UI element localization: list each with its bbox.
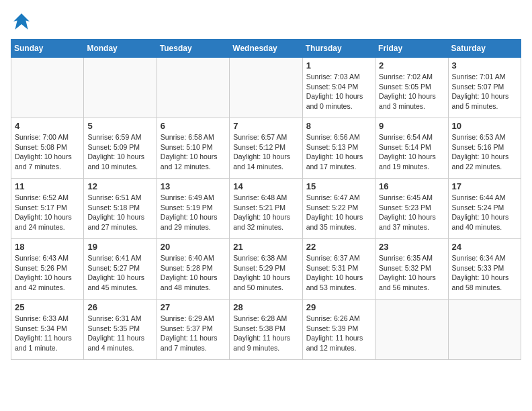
day-info: Sunrise: 6:44 AM Sunset: 5:24 PM Dayligh…	[452, 193, 517, 232]
calendar-cell: 2Sunrise: 7:02 AM Sunset: 5:05 PM Daylig…	[375, 58, 448, 118]
day-info: Sunrise: 7:02 AM Sunset: 5:05 PM Dayligh…	[379, 72, 444, 111]
day-info: Sunrise: 6:41 AM Sunset: 5:27 PM Dayligh…	[87, 253, 152, 293]
day-number: 28	[233, 302, 298, 312]
calendar-cell: 21Sunrise: 6:38 AM Sunset: 5:29 PM Dayli…	[230, 239, 302, 300]
day-info: Sunrise: 6:29 AM Sunset: 5:37 PM Dayligh…	[161, 314, 226, 353]
day-info: Sunrise: 7:03 AM Sunset: 5:04 PM Dayligh…	[306, 72, 371, 111]
week-row-1: 1Sunrise: 7:03 AM Sunset: 5:04 PM Daylig…	[11, 58, 521, 118]
day-info: Sunrise: 6:54 AM Sunset: 5:14 PM Dayligh…	[379, 132, 444, 172]
day-info: Sunrise: 6:59 AM Sunset: 5:09 PM Dayligh…	[87, 132, 152, 172]
day-number: 18	[15, 242, 80, 252]
day-number: 17	[452, 181, 517, 191]
day-number: 11	[15, 181, 80, 191]
calendar-cell: 22Sunrise: 6:37 AM Sunset: 5:31 PM Dayli…	[302, 239, 375, 300]
day-info: Sunrise: 6:51 AM Sunset: 5:18 PM Dayligh…	[87, 193, 152, 232]
day-number: 1	[306, 60, 371, 71]
day-info: Sunrise: 6:53 AM Sunset: 5:16 PM Dayligh…	[452, 132, 517, 172]
calendar-cell: 12Sunrise: 6:51 AM Sunset: 5:18 PM Dayli…	[84, 179, 157, 239]
week-row-4: 18Sunrise: 6:43 AM Sunset: 5:26 PM Dayli…	[11, 239, 521, 300]
day-info: Sunrise: 6:37 AM Sunset: 5:31 PM Dayligh…	[306, 253, 371, 293]
day-info: Sunrise: 6:57 AM Sunset: 5:12 PM Dayligh…	[233, 132, 298, 172]
calendar-cell: 6Sunrise: 6:58 AM Sunset: 5:10 PM Daylig…	[157, 118, 229, 179]
calendar-cell: 3Sunrise: 7:01 AM Sunset: 5:07 PM Daylig…	[448, 58, 521, 118]
calendar-cell	[157, 58, 229, 118]
day-info: Sunrise: 6:45 AM Sunset: 5:23 PM Dayligh…	[379, 193, 444, 232]
day-info: Sunrise: 6:43 AM Sunset: 5:26 PM Dayligh…	[15, 253, 80, 293]
calendar-cell	[448, 300, 521, 360]
calendar-cell: 16Sunrise: 6:45 AM Sunset: 5:23 PM Dayli…	[375, 179, 448, 239]
day-info: Sunrise: 6:28 AM Sunset: 5:38 PM Dayligh…	[233, 314, 298, 353]
calendar-cell: 9Sunrise: 6:54 AM Sunset: 5:14 PM Daylig…	[375, 118, 448, 179]
weekday-header-monday: Monday	[84, 40, 157, 58]
day-info: Sunrise: 6:33 AM Sunset: 5:34 PM Dayligh…	[15, 314, 80, 353]
calendar-cell: 1Sunrise: 7:03 AM Sunset: 5:04 PM Daylig…	[302, 58, 375, 118]
calendar-cell: 17Sunrise: 6:44 AM Sunset: 5:24 PM Dayli…	[448, 179, 521, 239]
weekday-header-row: SundayMondayTuesdayWednesdayThursdayFrid…	[11, 40, 521, 58]
day-number: 3	[452, 60, 517, 71]
calendar-cell: 27Sunrise: 6:29 AM Sunset: 5:37 PM Dayli…	[157, 300, 229, 360]
weekday-header-tuesday: Tuesday	[157, 40, 229, 58]
calendar-cell: 7Sunrise: 6:57 AM Sunset: 5:12 PM Daylig…	[230, 118, 302, 179]
day-info: Sunrise: 6:52 AM Sunset: 5:17 PM Dayligh…	[15, 193, 80, 232]
day-info: Sunrise: 6:49 AM Sunset: 5:19 PM Dayligh…	[161, 193, 226, 232]
weekday-header-friday: Friday	[375, 40, 448, 58]
week-row-3: 11Sunrise: 6:52 AM Sunset: 5:17 PM Dayli…	[11, 179, 521, 239]
calendar-cell	[230, 58, 302, 118]
calendar-cell: 26Sunrise: 6:31 AM Sunset: 5:35 PM Dayli…	[84, 300, 157, 360]
calendar-cell: 5Sunrise: 6:59 AM Sunset: 5:09 PM Daylig…	[84, 118, 157, 179]
calendar-cell: 29Sunrise: 6:26 AM Sunset: 5:39 PM Dayli…	[302, 300, 375, 360]
day-info: Sunrise: 6:38 AM Sunset: 5:29 PM Dayligh…	[233, 253, 298, 293]
day-number: 21	[233, 242, 298, 252]
calendar-cell: 18Sunrise: 6:43 AM Sunset: 5:26 PM Dayli…	[11, 239, 84, 300]
calendar-cell	[11, 58, 84, 118]
week-row-2: 4Sunrise: 7:00 AM Sunset: 5:08 PM Daylig…	[11, 118, 521, 179]
calendar-cell: 4Sunrise: 7:00 AM Sunset: 5:08 PM Daylig…	[11, 118, 84, 179]
day-info: Sunrise: 6:47 AM Sunset: 5:22 PM Dayligh…	[306, 193, 371, 232]
calendar-table: SundayMondayTuesdayWednesdayThursdayFrid…	[11, 39, 521, 360]
day-number: 15	[306, 181, 371, 191]
day-number: 8	[306, 121, 371, 131]
calendar-cell: 20Sunrise: 6:40 AM Sunset: 5:28 PM Dayli…	[157, 239, 229, 300]
calendar-cell: 15Sunrise: 6:47 AM Sunset: 5:22 PM Dayli…	[302, 179, 375, 239]
day-number: 16	[379, 181, 444, 191]
weekday-header-thursday: Thursday	[302, 40, 375, 58]
day-number: 29	[306, 302, 371, 312]
day-number: 26	[87, 302, 152, 312]
weekday-header-wednesday: Wednesday	[230, 40, 302, 58]
day-number: 23	[379, 242, 444, 252]
calendar-cell: 25Sunrise: 6:33 AM Sunset: 5:34 PM Dayli…	[11, 300, 84, 360]
day-number: 14	[233, 181, 298, 191]
calendar-cell	[375, 300, 448, 360]
day-info: Sunrise: 7:01 AM Sunset: 5:07 PM Dayligh…	[452, 72, 517, 111]
day-info: Sunrise: 6:31 AM Sunset: 5:35 PM Dayligh…	[87, 314, 152, 353]
day-number: 7	[233, 121, 298, 131]
day-number: 19	[87, 242, 152, 252]
day-info: Sunrise: 6:35 AM Sunset: 5:32 PM Dayligh…	[379, 253, 444, 293]
logo	[11, 11, 35, 32]
day-info: Sunrise: 6:56 AM Sunset: 5:13 PM Dayligh…	[306, 132, 371, 172]
calendar-cell	[84, 58, 157, 118]
day-number: 2	[379, 60, 444, 71]
day-number: 27	[161, 302, 226, 312]
day-number: 24	[452, 242, 517, 252]
day-number: 9	[379, 121, 444, 131]
day-info: Sunrise: 6:58 AM Sunset: 5:10 PM Dayligh…	[161, 132, 226, 172]
calendar-cell: 24Sunrise: 6:34 AM Sunset: 5:33 PM Dayli…	[448, 239, 521, 300]
calendar-cell: 13Sunrise: 6:49 AM Sunset: 5:19 PM Dayli…	[157, 179, 229, 239]
calendar-cell: 14Sunrise: 6:48 AM Sunset: 5:21 PM Dayli…	[230, 179, 302, 239]
day-number: 10	[452, 121, 517, 131]
weekday-header-sunday: Sunday	[11, 40, 84, 58]
calendar-cell: 10Sunrise: 6:53 AM Sunset: 5:16 PM Dayli…	[448, 118, 521, 179]
calendar-cell: 8Sunrise: 6:56 AM Sunset: 5:13 PM Daylig…	[302, 118, 375, 179]
calendar-cell: 11Sunrise: 6:52 AM Sunset: 5:17 PM Dayli…	[11, 179, 84, 239]
day-number: 6	[161, 121, 226, 131]
calendar-cell: 23Sunrise: 6:35 AM Sunset: 5:32 PM Dayli…	[375, 239, 448, 300]
day-info: Sunrise: 6:26 AM Sunset: 5:39 PM Dayligh…	[306, 314, 371, 353]
day-number: 12	[87, 181, 152, 191]
day-number: 4	[15, 121, 80, 131]
day-number: 25	[15, 302, 80, 312]
day-number: 22	[306, 242, 371, 252]
day-info: Sunrise: 6:40 AM Sunset: 5:28 PM Dayligh…	[161, 253, 226, 293]
calendar-cell: 28Sunrise: 6:28 AM Sunset: 5:38 PM Dayli…	[230, 300, 302, 360]
day-info: Sunrise: 7:00 AM Sunset: 5:08 PM Dayligh…	[15, 132, 80, 172]
